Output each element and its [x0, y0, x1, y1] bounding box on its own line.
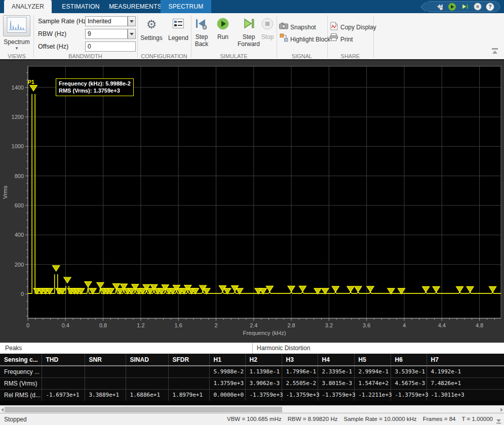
- table-cell: -1.3759e+3: [282, 389, 318, 401]
- table-header-sensing-c-: Sensing c...: [0, 354, 42, 366]
- spectrum-view-button[interactable]: [3, 15, 30, 36]
- table-header-thd: THD: [42, 354, 85, 366]
- table-header-h7: H7: [427, 354, 504, 366]
- scrollbar-thumb[interactable]: [5, 407, 282, 412]
- tab-measurements[interactable]: MEASUREMENTS: [110, 0, 161, 13]
- section-share: SHARE: [327, 53, 373, 60]
- snapshot-label[interactable]: Snapshot: [290, 24, 316, 31]
- tab-spectrum[interactable]: SPECTRUM: [161, 0, 211, 13]
- offset-input[interactable]: 0: [85, 41, 136, 52]
- x-tick-label: 0: [26, 322, 29, 328]
- table-row: Frequency ...5.9988e-21.1398e-11.7996e-1…: [0, 366, 504, 377]
- peak-tooltip: Frequency (kHz): 5.9988e-2 RMS (Vrms): 1…: [56, 78, 134, 96]
- table-cell: -1.3759e+3: [318, 389, 354, 401]
- legend-icon: [173, 19, 184, 30]
- status-readouts: VBW = 100.685 mHzRBW = 8.99820 HzSample …: [221, 416, 493, 422]
- block-diagram-icon: [280, 33, 288, 44]
- status-bar: Stopped VBW = 100.685 mHzRBW = 8.99820 H…: [0, 413, 504, 425]
- status-text: Stopped: [4, 416, 27, 423]
- table-header-h4: H4: [318, 354, 354, 366]
- table-header-snr: SNR: [85, 354, 126, 366]
- quick-stop-icon[interactable]: [473, 3, 482, 11]
- print-label[interactable]: Print: [340, 36, 353, 43]
- quick-step-forward-icon[interactable]: [460, 3, 469, 11]
- x-tick-label: 2.4: [250, 322, 257, 328]
- table-header-h3: H3: [282, 354, 318, 366]
- minimize-ribbon-icon[interactable]: [491, 48, 499, 55]
- section-views: VIEWS: [0, 53, 33, 60]
- settings-button[interactable]: ⚙: [144, 17, 159, 31]
- status-dock-icon[interactable]: [495, 417, 502, 425]
- measurement-panels-header: Peaks Harmonic Distortion: [0, 343, 504, 354]
- table-cell: 2.3395e-1: [318, 366, 354, 377]
- row-label: Frequency ...: [0, 366, 42, 377]
- highlight-block-label[interactable]: Highlight Block: [290, 36, 330, 43]
- copy-display-label[interactable]: Copy Display: [340, 24, 376, 31]
- table-row: RMS (Vrms)1.3759e+33.9062e-32.5505e-23.8…: [0, 377, 504, 389]
- step-forward-button[interactable]: [242, 18, 255, 31]
- highlight-block-button[interactable]: [279, 34, 288, 42]
- snapshot-button[interactable]: [279, 23, 288, 30]
- table-cell: 2.9994e-1: [354, 366, 391, 377]
- sample-rate-input[interactable]: Inherited: [85, 16, 128, 26]
- table-cell: [85, 366, 126, 377]
- table-cell: [126, 366, 168, 377]
- x-tick-label: 4.8: [476, 322, 483, 328]
- divider: [137, 15, 138, 58]
- quick-run-icon[interactable]: [448, 3, 456, 11]
- rbw-label: RBW (Hz): [38, 29, 66, 39]
- settings-label: Settings: [139, 34, 164, 41]
- help-icon[interactable]: ?: [486, 3, 494, 11]
- x-tick-label: 0.8: [99, 322, 107, 328]
- scroll-left-icon[interactable]: [1, 408, 4, 412]
- x-tick-label: 1.2: [137, 322, 144, 328]
- measurement-table-wrap: Sensing c...THDSNRSINADSFDRH1H2H3H4H5H6H…: [0, 354, 504, 405]
- section-bandwidth: BANDWIDTH: [33, 53, 137, 60]
- y-tick-label: 200: [15, 262, 24, 268]
- table-header-sinad: SINAD: [126, 354, 168, 366]
- copy-display-button[interactable]: [330, 23, 338, 31]
- y-tick-label: 1200: [12, 114, 24, 120]
- stop-label: Stop: [259, 33, 276, 40]
- section-configuration: CONFIGURATION: [137, 53, 191, 60]
- table-cell: 0.0000e+0: [209, 389, 245, 401]
- sample-rate-dropdown[interactable]: [128, 16, 136, 26]
- table-cell: 3.8015e-3: [318, 377, 354, 389]
- table-cell: 3.9062e-3: [245, 377, 282, 389]
- y-tick-label: 0: [21, 291, 24, 297]
- legend-button[interactable]: [172, 18, 184, 30]
- scroll-right-icon[interactable]: [500, 408, 503, 412]
- chevron-down-icon: [130, 33, 134, 35]
- status-vbw: VBW = 100.685 mHz: [227, 416, 282, 422]
- rbw-dropdown[interactable]: [128, 29, 136, 39]
- divider: [33, 15, 34, 58]
- run-button[interactable]: [216, 18, 229, 31]
- stop-button[interactable]: [261, 18, 274, 31]
- chevron-down-icon[interactable]: ▾: [0, 46, 33, 51]
- y-tick-label: 400: [15, 232, 24, 238]
- horizontal-scrollbar[interactable]: [0, 405, 504, 413]
- tab-analyzer[interactable]: ANALYZER: [4, 0, 52, 13]
- harmonic-distortion-panel-title: Harmonic Distortion: [257, 345, 310, 352]
- divider: [373, 15, 374, 58]
- table-header-h2: H2: [245, 354, 282, 366]
- copy-display-icon: [330, 22, 338, 32]
- status-frames: Frames = 84: [423, 416, 456, 422]
- table-cell: 1.6886e+1: [126, 389, 168, 401]
- spectrum-plot[interactable]: P100.40.81.21.622.42.83.23.644.44.802004…: [0, 60, 504, 343]
- panel-divider: [252, 343, 253, 354]
- minimize-ribbon-bar: [492, 48, 498, 50]
- tab-estimation[interactable]: ESTIMATION: [52, 0, 110, 13]
- table-cell: [126, 377, 168, 389]
- y-tick-label: 600: [15, 202, 24, 208]
- step-back-button[interactable]: [195, 18, 208, 31]
- status-time: T = 1.00000: [462, 416, 493, 422]
- print-button[interactable]: [330, 34, 338, 42]
- x-tick-label: 0.4: [62, 322, 69, 328]
- table-cell: 3.3889e+1: [85, 389, 126, 401]
- rbw-input[interactable]: 9: [85, 29, 128, 39]
- quick-step-back-icon[interactable]: [435, 3, 444, 11]
- svg-text:?: ?: [488, 4, 491, 10]
- minimize-ribbon-triangle: [492, 51, 497, 54]
- spectrum-plot-canvas: P100.40.81.21.622.42.83.23.644.44.802004…: [0, 60, 504, 343]
